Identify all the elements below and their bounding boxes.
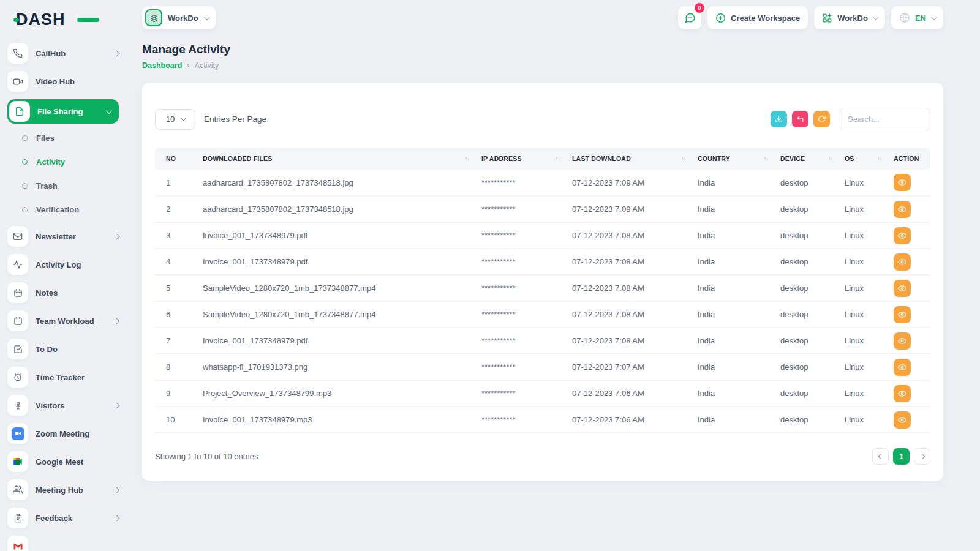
sidebar-item-team-workload[interactable]: Team Workload (7, 310, 119, 331)
sidebar-item-activity-log[interactable]: Activity Log (7, 254, 119, 275)
cell-country: India (692, 249, 774, 275)
cell-os: Linux (839, 328, 888, 354)
view-button[interactable] (894, 385, 911, 402)
entries-per-page-value: 10 (166, 114, 175, 124)
breadcrumb-dashboard-link[interactable]: Dashboard (142, 61, 182, 70)
cell-country: India (692, 380, 774, 407)
sidebar-item-trash[interactable]: Trash (7, 176, 119, 195)
cell-country: India (692, 275, 774, 301)
eye-icon (898, 337, 907, 345)
view-button[interactable] (894, 201, 911, 218)
create-workspace-button[interactable]: Create Workspace (707, 6, 808, 29)
cell-ip: *********** (475, 196, 566, 222)
cell-ip: *********** (475, 249, 566, 275)
main-content: WorkDo 0 Create Workspace WorkDo EN (126, 0, 980, 551)
cell-last-download: 07-12-2023 7:06 AM (566, 380, 692, 407)
sidebar-item-meeting-hub[interactable]: Meeting Hub (7, 479, 119, 500)
sidebar-item-google-meet[interactable]: Google Meet (7, 451, 119, 472)
column-header-no[interactable]: NO (155, 148, 197, 170)
view-button[interactable] (894, 411, 911, 429)
sidebar-item-to-do[interactable]: To Do (7, 339, 119, 359)
cell-no: 4 (155, 249, 197, 275)
workspace-menu-button[interactable]: WorkDo (814, 6, 885, 29)
workspace-selector[interactable]: WorkDo (142, 6, 216, 29)
sort-icon: ↑↓ (556, 156, 560, 162)
cell-file: Invoice_001_1737348979.pdf (197, 222, 475, 249)
previous-page-button[interactable] (872, 448, 889, 465)
export-download-button[interactable] (771, 111, 787, 127)
sidebar-item-label: Verification (36, 205, 79, 214)
undo-button[interactable] (792, 111, 809, 127)
table-row: 2 aadharcard_1735807802_1737348518.jpg *… (155, 196, 930, 222)
sidebar-item-label: Visitors (36, 401, 107, 410)
column-header-last-download[interactable]: LAST DOWNLOAD↑↓ (566, 148, 692, 170)
chevron-down-icon (106, 108, 112, 114)
cell-os: Linux (839, 275, 888, 301)
eye-icon (898, 389, 907, 398)
cell-file: Invoice_001_1737348979.pdf (197, 328, 475, 354)
sidebar-item-label: Activity Log (36, 260, 119, 269)
sidebar-item-activity[interactable]: Activity (7, 152, 119, 171)
sidebar-item-notes[interactable]: Notes (7, 282, 119, 303)
table-row: 4 Invoice_001_1737348979.pdf ***********… (155, 249, 930, 275)
sidebar-item-label: CallHub (36, 49, 107, 58)
sidebar-item-visitors[interactable]: Visitors (7, 395, 119, 416)
view-button[interactable] (894, 253, 911, 271)
table-row: 9 Project_Overview_1737348799.mp3 ******… (155, 380, 930, 407)
page-1-button[interactable]: 1 (893, 448, 910, 465)
chevron-right-icon (114, 515, 120, 521)
view-button[interactable] (894, 280, 911, 297)
table-row: 5 SampleVideo_1280x720_1mb_1737348877.mp… (155, 275, 930, 301)
sidebar-item-file-sharing[interactable]: File Sharing (7, 99, 119, 124)
eye-icon (898, 310, 907, 319)
sidebar-item-zoom-meeting[interactable]: Zoom Meeting (7, 423, 119, 444)
cell-no: 8 (155, 354, 197, 380)
sidebar-item-newsletter[interactable]: Newsletter (7, 226, 119, 247)
cell-country: India (692, 222, 774, 249)
sidebar-item-feedback[interactable]: Feedback (7, 508, 119, 528)
view-button[interactable] (894, 306, 911, 323)
view-button[interactable] (894, 332, 911, 350)
sidebar-item-verification[interactable]: Verification (7, 200, 119, 219)
next-page-button[interactable] (914, 448, 930, 465)
messages-button[interactable]: 0 (678, 6, 701, 29)
refresh-button[interactable] (813, 111, 830, 127)
view-button[interactable] (894, 174, 911, 191)
entries-per-page-select[interactable]: 10 (155, 109, 195, 130)
eye-icon (898, 258, 907, 266)
language-selector[interactable]: EN (891, 6, 943, 29)
cell-last-download: 07-12-2023 7:07 AM (566, 354, 692, 380)
chevron-down-icon (873, 14, 879, 20)
cell-device: desktop (774, 249, 839, 275)
column-header-ip-address[interactable]: IP ADDRESS↑↓ (475, 148, 566, 170)
circle-icon (22, 159, 28, 165)
column-header-os[interactable]: OS↑↓ (839, 148, 888, 170)
brand-logo: DASH (16, 7, 96, 32)
sidebar-item-files[interactable]: Files (7, 129, 119, 147)
sidebar-item-label: Activity (36, 157, 65, 167)
view-button[interactable] (894, 227, 911, 244)
activity-table: NO DOWNLOADED FILES↑↓ IP ADDRESS↑↓ LAST … (155, 148, 930, 433)
sidebar-item-label: Files (36, 133, 55, 143)
column-header-device[interactable]: DEVICE↑↓ (774, 148, 839, 170)
sidebar-item-gmail-partial[interactable] (7, 536, 119, 551)
file-icon (9, 101, 30, 122)
sidebar-item-label: Meeting Hub (36, 485, 107, 495)
column-header-downloaded-files[interactable]: DOWNLOADED FILES↑↓ (197, 148, 475, 170)
cell-os: Linux (839, 249, 888, 275)
table-row: 8 whatsapp-fi_1701931373.png ***********… (155, 354, 930, 380)
cell-last-download: 07-12-2023 7:08 AM (566, 328, 692, 354)
zoom-icon (7, 423, 28, 444)
search-input[interactable] (840, 108, 930, 130)
sidebar-item-time-tracker[interactable]: Time Tracker (7, 367, 119, 388)
sidebar-item-callhub[interactable]: CallHub (7, 43, 119, 64)
table-header-row: NO DOWNLOADED FILES↑↓ IP ADDRESS↑↓ LAST … (155, 148, 930, 170)
cell-country: India (692, 354, 774, 380)
download-icon (775, 115, 783, 123)
sidebar-item-video-hub[interactable]: Video Hub (7, 71, 119, 92)
view-button[interactable] (894, 359, 911, 376)
table-row: 6 SampleVideo_1280x720_1mb_1737348877.mp… (155, 301, 930, 328)
cell-country: India (692, 301, 774, 328)
column-header-country[interactable]: COUNTRY↑↓ (692, 148, 774, 170)
cell-last-download: 07-12-2023 7:06 AM (566, 407, 692, 433)
